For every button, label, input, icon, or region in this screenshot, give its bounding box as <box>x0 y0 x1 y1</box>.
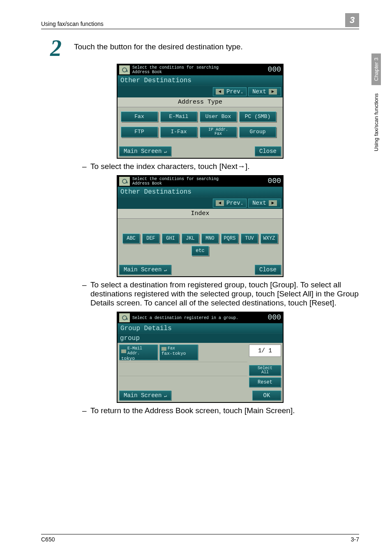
index-ghi-button[interactable]: GHI <box>162 234 179 243</box>
index-panel: A Select the conditions for searching Ad… <box>117 175 284 277</box>
ifax-button[interactable]: I-Fax <box>160 127 197 137</box>
job-counter: 000 <box>268 177 281 185</box>
main-screen-button[interactable]: Main Screen ↵ <box>119 391 171 400</box>
panel-top: A Select the conditions for searching Ad… <box>118 65 283 75</box>
svg-text:A: A <box>126 181 128 184</box>
ftp-button[interactable]: FTP <box>121 127 158 137</box>
select-all-button[interactable]: SelectAll <box>249 365 281 376</box>
footer-left: C650 <box>41 536 55 543</box>
bullet-return: To return to the Address Book screen, to… <box>82 406 359 415</box>
job-counter: 000 <box>268 314 281 322</box>
dest-email-tokyo[interactable]: E-MailAddr. tokyo <box>119 345 158 360</box>
mail-icon <box>121 349 126 353</box>
index-jkl-button[interactable]: JKL <box>182 234 199 243</box>
side-tab: Chapter 3 Using fax/scan functions <box>371 53 384 218</box>
ipaddr-fax-button[interactable]: IP Addr.Fax <box>200 127 237 137</box>
logo-icon: A <box>119 177 130 186</box>
index-abc-button[interactable]: ABC <box>122 234 140 243</box>
return-icon: ↵ <box>164 149 167 154</box>
arrow-left-icon: ◄ <box>216 89 224 95</box>
step-row: 2 Touch the button for the desired desti… <box>41 37 359 60</box>
panel-nav: ◄ Prev. Next ► <box>118 86 283 97</box>
return-icon: ↵ <box>164 267 167 273</box>
panel-top: A Select a destination registered in a g… <box>118 312 283 323</box>
email-button[interactable]: E-Mail <box>160 111 197 122</box>
prev-button[interactable]: ◄ Prev. <box>213 87 247 96</box>
ok-button[interactable]: OK <box>252 391 281 400</box>
group-name-label: group <box>118 334 283 343</box>
dest-fax-tokyo[interactable]: Fax fax-tokyo <box>159 345 198 360</box>
step-instruction: Touch the button for the desired destina… <box>74 37 243 51</box>
main-screen-button[interactable]: Main Screen ↵ <box>119 146 171 156</box>
fax-button[interactable]: Fax <box>121 111 158 122</box>
blank-row <box>119 362 247 374</box>
panel-title: Group Details <box>118 323 283 334</box>
index-tuv-button[interactable]: TUV <box>241 234 258 243</box>
prev-button[interactable]: ◄ Prev. <box>213 199 247 208</box>
reset-button[interactable]: Reset <box>249 377 281 387</box>
index-pqrs-button[interactable]: PQRS <box>221 234 238 243</box>
close-button[interactable]: Close <box>255 146 281 156</box>
footer-bar: C650 3-7 <box>41 534 359 543</box>
arrow-right-icon: ► <box>269 89 277 95</box>
step-number: 2 <box>41 37 62 60</box>
header-left: Using fax/scan functions <box>41 21 104 27</box>
panel-title: Other Destinations <box>118 187 283 197</box>
next-button[interactable]: Next ► <box>248 199 281 208</box>
pc-smb-button[interactable]: PC (SMB) <box>239 111 276 122</box>
main-screen-button[interactable]: Main Screen ↵ <box>119 265 171 275</box>
panel-hint: Select a destination registered in a gro… <box>132 316 238 320</box>
index-wxyz-button[interactable]: WXYZ <box>261 234 278 243</box>
panel-hint: Select the conditions for searching Addr… <box>132 177 219 186</box>
panel-nav: ◄ Prev. Next ► <box>118 197 283 209</box>
bullet-group: To select a destination from registered … <box>82 280 359 308</box>
job-counter: 000 <box>268 66 281 74</box>
group-button[interactable]: Group <box>239 127 276 137</box>
index-etc-button[interactable]: etc <box>191 246 209 256</box>
svg-text:A: A <box>126 69 128 73</box>
svg-text:A: A <box>126 317 128 321</box>
address-type-panel: A Select the conditions for searching Ad… <box>117 64 284 159</box>
close-button[interactable]: Close <box>255 265 281 275</box>
footer-right: 3-7 <box>351 536 359 543</box>
group-details-panel: A Select a destination registered in a g… <box>117 312 284 403</box>
bullet-index: To select the index characters, touch [N… <box>82 162 359 171</box>
section-label: Index <box>118 209 283 219</box>
panel-title: Other Destinations <box>118 75 283 86</box>
userbox-button[interactable]: User Box <box>200 111 237 122</box>
side-section-label: Using fax/scan functions <box>371 89 381 155</box>
return-icon: ↵ <box>164 393 167 398</box>
arrow-left-icon: ◄ <box>216 200 224 206</box>
arrow-right-icon: ► <box>269 200 277 206</box>
page-counter: 1/ 1 <box>249 345 281 357</box>
fax-icon <box>161 347 166 351</box>
header-bar: Using fax/scan functions 3 <box>41 16 359 29</box>
section-label: Address Type <box>118 97 283 107</box>
logo-icon: A <box>119 313 130 322</box>
index-def-button[interactable]: DEF <box>142 234 159 243</box>
blank-row <box>119 376 247 388</box>
panel-hint: Select the conditions for searching Addr… <box>132 65 219 74</box>
logo-icon: A <box>119 65 130 74</box>
panel-top: A Select the conditions for searching Ad… <box>118 176 283 187</box>
next-button[interactable]: Next ► <box>248 87 281 96</box>
side-chapter-label: Chapter 3 <box>371 53 381 85</box>
chapter-number-box: 3 <box>345 13 359 27</box>
index-mno-button[interactable]: MNO <box>201 234 219 243</box>
